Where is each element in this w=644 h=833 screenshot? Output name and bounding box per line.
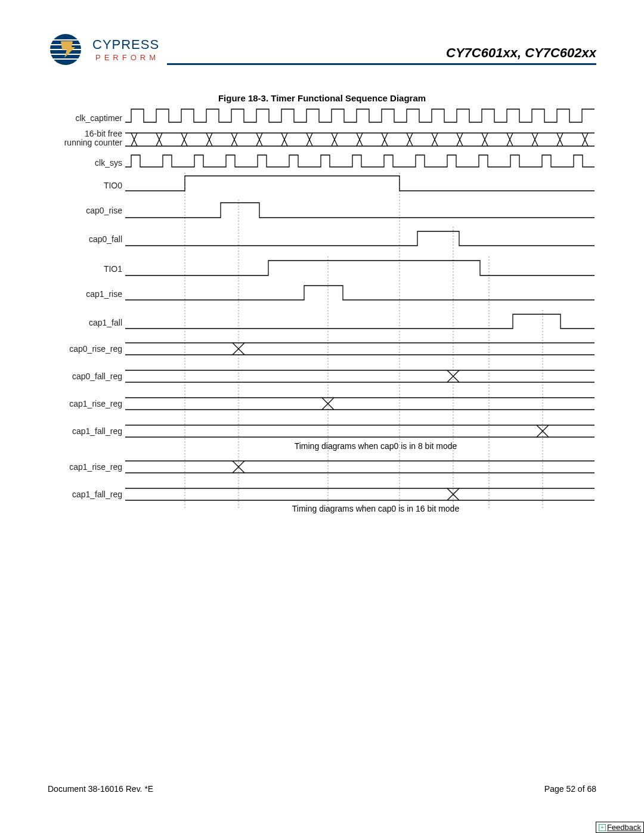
label-cap1-fall-reg16: cap1_fall_reg (48, 490, 122, 499)
label-cap1-rise: cap1_rise (48, 289, 122, 299)
part-number-heading: CY7C601xx, CY7C602xx (446, 45, 596, 61)
label-tio0: TIO0 (48, 181, 122, 190)
document-revision: Document 38-16016 Rev. *E (48, 784, 153, 794)
label-clk-sys: clk_sys (48, 158, 122, 168)
globe-icon (48, 33, 89, 66)
figure-title: Figure 18-3. Timer Functional Sequence D… (0, 93, 644, 103)
plus-icon: + (599, 824, 606, 831)
label-cap0-rise-reg: cap0_rise_reg (48, 344, 122, 354)
header-rule (167, 63, 596, 65)
label-tio1: TIO1 (48, 264, 122, 274)
label-cap1-rise-reg16: cap1_rise_reg (48, 462, 122, 472)
logo-tagline: PERFORM (95, 53, 159, 62)
label-cap1-fall: cap1_fall (48, 318, 122, 327)
label-cap0-fall: cap0_fall (48, 234, 122, 244)
logo-text: CYPRESS (92, 37, 159, 52)
feedback-label: Feedback (607, 823, 641, 832)
label-cap0-rise: cap0_rise (48, 206, 122, 215)
feedback-button[interactable]: +Feedback (596, 822, 644, 833)
label-clk-captimer: clk_captimer (48, 113, 122, 123)
annotation-16bit: Timing diagrams when cap0 is in 16 bit m… (256, 504, 495, 513)
timing-diagram: clk_captimer 16-bit free running counter… (48, 104, 596, 522)
page-number: Page 52 of 68 (544, 784, 596, 794)
label-cap0-fall-reg: cap0_fall_reg (48, 371, 122, 381)
label-cap1-fall-reg: cap1_fall_reg (48, 426, 122, 436)
waveform-svg (125, 104, 596, 522)
label-cap1-rise-reg: cap1_rise_reg (48, 399, 122, 408)
cypress-logo: CYPRESS PERFORM (48, 33, 155, 68)
label-counter16: 16-bit free running counter (48, 129, 122, 148)
datasheet-page: CYPRESS PERFORM CY7C601xx, CY7C602xx Fig… (0, 0, 644, 833)
annotation-8bit: Timing diagrams when cap0 is in 8 bit mo… (256, 441, 495, 451)
